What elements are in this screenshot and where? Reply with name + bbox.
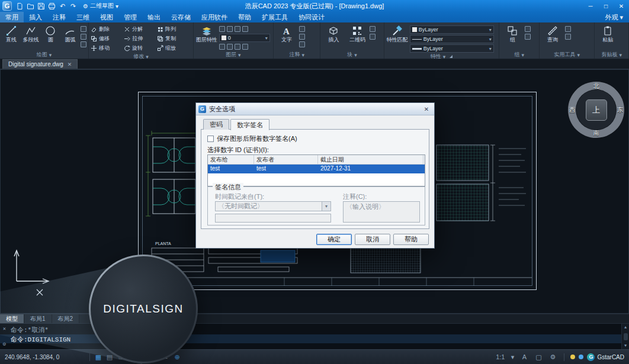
utilities-group-label[interactable]: 实用工具 ▾ [541, 51, 592, 59]
table-icon[interactable] [299, 41, 305, 47]
certificate-row-selected[interactable]: test test 2027-12-31 [208, 165, 425, 173]
model-tab[interactable]: 模型 [0, 314, 24, 323]
view-compass[interactable]: 北 南 西 东 上 [568, 82, 624, 138]
undo-icon[interactable]: ↶ [57, 1, 68, 11]
region-tool-icon[interactable] [81, 41, 86, 47]
text-button[interactable]: A 文字 [275, 24, 298, 43]
compass-south-button[interactable]: 南 [593, 129, 599, 137]
scale-caret-icon[interactable]: ▾ [509, 352, 515, 362]
tab-help[interactable]: 帮助 [233, 12, 256, 22]
layers-group-label[interactable]: 图层 ▾ [195, 51, 271, 59]
certificate-table[interactable]: 发布给 发布者 截止日期 test test 2027-12-31 [207, 154, 425, 186]
dialog-close-button[interactable]: ✕ [421, 105, 432, 114]
arc-button[interactable]: 圆弧 [61, 24, 79, 43]
dialog-titlebar[interactable]: G 安全选项 ✕ [196, 103, 434, 115]
scrollbar-thumb[interactable] [624, 333, 628, 340]
tab-apps[interactable]: 应用软件 [196, 12, 233, 22]
move-button[interactable]: 移动 [91, 44, 123, 53]
timestamp-field[interactable] [215, 214, 331, 223]
group-button[interactable]: 组 [501, 24, 524, 43]
tab-home[interactable]: 常用 [0, 12, 24, 22]
snap-toggle[interactable]: ▦ [93, 352, 104, 362]
help-button[interactable]: 帮助 [393, 234, 429, 245]
clipboard-group-label[interactable]: 剪贴板 ▾ [596, 51, 627, 59]
color-dropdown[interactable]: ByLayer ▾ [410, 25, 494, 34]
password-tab[interactable]: 密码 [203, 119, 229, 130]
qrcode-button[interactable]: 二维码 [346, 24, 368, 43]
comment-textarea[interactable]: 〈输入说明〉 [343, 201, 420, 223]
calculator-icon[interactable] [565, 26, 571, 32]
print-icon[interactable] [47, 1, 57, 11]
tab-insert[interactable]: 插入 [24, 12, 47, 22]
minimize-button[interactable]: ─ [583, 0, 598, 12]
layer-dropdown[interactable]: 0 ▾ [219, 34, 270, 42]
copy-button[interactable]: 复制 [157, 34, 189, 43]
ungroup-icon[interactable] [525, 26, 531, 32]
block-create-icon[interactable] [370, 26, 376, 32]
linetype-dropdown[interactable]: ByLayer ▾ [410, 35, 494, 43]
layer-walk-icon[interactable] [242, 44, 248, 50]
appearance-menu[interactable]: 外观 ▾ [599, 13, 629, 22]
block-group-label[interactable]: 块 ▾ [322, 51, 381, 59]
header-issued-to[interactable]: 发布给 [208, 155, 254, 164]
paste-button[interactable]: 粘贴 [596, 24, 619, 43]
layer-match-icon[interactable] [227, 44, 233, 50]
document-tab-close-icon[interactable]: ✕ [68, 62, 72, 67]
line-button[interactable]: 直线 [2, 24, 20, 43]
save-icon[interactable] [36, 1, 46, 11]
header-issued-by[interactable]: 发布者 [254, 155, 318, 164]
header-expiry[interactable]: 截止日期 [318, 155, 423, 164]
tab-annotate[interactable]: 注释 [47, 12, 71, 22]
layer-state-icon[interactable] [219, 26, 225, 32]
draw-group-label[interactable]: 绘图 ▾ [2, 51, 86, 59]
redo-icon[interactable]: ↷ [68, 1, 78, 11]
command-scrollbar[interactable]: ▲ ▼ [621, 324, 629, 349]
maximize-button[interactable]: □ [598, 0, 614, 12]
layer-on-icon[interactable] [219, 44, 225, 50]
scroll-up-icon[interactable]: ▲ [624, 325, 627, 330]
tab-express[interactable]: 扩展工具 [256, 12, 293, 22]
settings-gear-icon[interactable]: ⚙ [547, 352, 558, 362]
group-manager-icon[interactable] [525, 34, 531, 40]
tab-collaboration[interactable]: 协同设计 [293, 12, 330, 22]
new-file-icon[interactable] [15, 1, 25, 11]
polyline-button[interactable]: 多段线 [21, 24, 40, 43]
groups-group-label[interactable]: 组 ▾ [501, 51, 537, 59]
fullscreen-toggle[interactable]: ▢ [533, 352, 544, 362]
leader-icon[interactable] [299, 34, 305, 40]
layer-properties-button[interactable]: 图层特性 [195, 24, 218, 43]
digital-signature-tab[interactable]: 数字签名 [230, 119, 269, 130]
lineweight-dropdown[interactable]: ByLayer ▾ [410, 44, 494, 53]
dialog-launcher-icon[interactable] [450, 55, 453, 58]
insert-block-button[interactable]: 插入 [322, 24, 345, 43]
compass-up-button[interactable]: 上 [586, 99, 607, 121]
tab-view[interactable]: 视图 [95, 12, 118, 22]
command-active-line[interactable]: 命令:DIGITALSIGN [0, 334, 629, 343]
hatch-tool-icon[interactable] [81, 34, 86, 40]
scale-button[interactable]: 缩放 [157, 44, 189, 53]
layout1-tab[interactable]: 布局1 [24, 314, 52, 323]
layout2-tab[interactable]: 布局2 [52, 314, 80, 323]
annotation-visibility-button[interactable]: A [519, 352, 529, 362]
point-id-icon[interactable] [565, 34, 571, 40]
dimension-icon[interactable] [299, 26, 305, 32]
notification-icon[interactable] [570, 355, 575, 359]
explode-button[interactable]: 分解 [124, 25, 156, 34]
erase-button[interactable]: 删除 [91, 25, 123, 34]
circle-button[interactable]: 圆 [41, 24, 60, 43]
layer-freeze-icon[interactable] [235, 26, 240, 32]
document-tab[interactable]: Digital signature.dwg ✕ [2, 59, 78, 69]
rectangle-tool-icon[interactable] [81, 26, 86, 32]
compass-north-button[interactable]: 北 [593, 82, 599, 91]
tab-3d[interactable]: 三维 [71, 12, 95, 22]
viewport-scale-button[interactable]: 1:1 [495, 352, 506, 362]
message-icon[interactable] [579, 355, 583, 359]
layer-prev-icon[interactable] [235, 44, 240, 50]
scroll-down-icon[interactable]: ▼ [624, 343, 627, 348]
tab-manage[interactable]: 管理 [118, 12, 142, 22]
close-button[interactable]: ✕ [614, 0, 629, 12]
offset-button[interactable]: 偏移 [91, 34, 123, 43]
timestamp-dropdown[interactable]: 〈无时间戳记〉 ▾ [215, 201, 331, 211]
compass-west-button[interactable]: 西 [569, 106, 575, 114]
block-edit-icon[interactable] [370, 34, 376, 40]
